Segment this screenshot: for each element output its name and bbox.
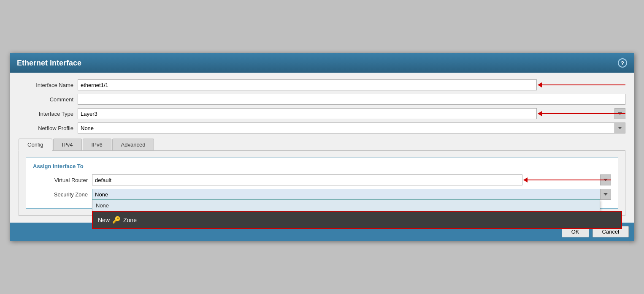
security-zone-dropdown: None [92,200,600,211]
dialog-header: Ethernet Interface ? [10,53,634,73]
comment-row: Comment [19,94,625,105]
interface-name-label: Interface Name [19,82,78,88]
interface-type-annotation [541,113,625,114]
zone-suffix: Zone [123,217,137,223]
assign-interface-box: Assign Interface To Virtual Router [26,158,618,209]
dialog-title: Ethernet Interface [17,59,81,68]
interface-type-input[interactable] [78,108,537,119]
virtual-router-select-wrapper [92,174,611,185]
security-zone-input[interactable] [92,189,611,200]
zone-icon: 🔑 [112,216,121,224]
chevron-down-icon [603,193,608,196]
netflow-profile-row: Netflow Profile [19,122,625,133]
comment-label: Comment [19,96,78,103]
security-zone-row: Security Zone None New 🔑 [33,189,611,200]
virtual-router-input[interactable] [92,174,522,185]
tabs-container: Config IPv4 IPv6 Advanced [19,139,625,151]
interface-type-row: Interface Type [19,108,625,119]
dropdown-option-none[interactable]: None [92,200,600,211]
new-zone-label: New [98,217,110,223]
netflow-profile-input[interactable] [78,122,625,133]
interface-type-label: Interface Type [19,111,78,117]
netflow-profile-label: Netflow Profile [19,125,78,131]
security-zone-select-wrapper: None New 🔑 Zone [92,189,611,200]
dialog-body: Interface Name Comment Interface Type [10,73,634,223]
assign-interface-title: Assign Interface To [33,163,611,169]
interface-name-row: Interface Name [19,79,625,90]
tab-config[interactable]: Config [19,139,52,151]
comment-input[interactable] [78,94,625,105]
security-zone-label: Security Zone [33,191,92,198]
interface-name-input[interactable] [78,79,537,90]
tab-ipv6[interactable]: IPv6 [83,139,111,150]
chevron-down-icon [618,127,622,129]
interface-type-select-wrapper [78,108,625,119]
virtual-router-annotation [527,180,611,180]
security-zone-arrow[interactable] [600,189,611,200]
netflow-profile-arrow[interactable] [614,122,625,133]
netflow-profile-select-wrapper [78,122,625,133]
virtual-router-label: Virtual Router [33,177,92,183]
tab-content-config: Assign Interface To Virtual Router [19,151,625,216]
virtual-router-row: Virtual Router [33,174,611,185]
help-icon[interactable]: ? [618,58,627,68]
tab-advanced[interactable]: Advanced [112,139,154,150]
tab-ipv4[interactable]: IPv4 [53,139,82,150]
new-zone-option[interactable]: New 🔑 Zone [92,211,622,229]
interface-name-annotation [541,84,625,85]
ethernet-interface-dialog: Ethernet Interface ? Interface Name Comm… [10,53,634,241]
